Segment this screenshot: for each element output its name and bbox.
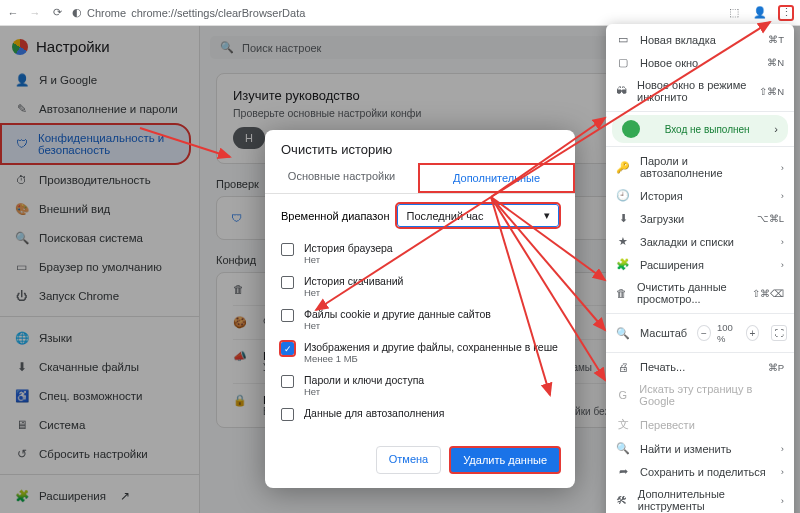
find-icon: 🔍 — [616, 442, 630, 455]
menu-item[interactable]: ▭Новая вкладка⌘T — [606, 28, 794, 51]
menu-item-label: Перевести — [640, 419, 695, 431]
back-icon[interactable]: ← — [6, 6, 20, 20]
menu-item-label: История — [640, 190, 683, 202]
menu-separator — [606, 146, 794, 147]
clear-data-checkbox-row[interactable]: Изображения и другие файлы, сохраненные … — [281, 336, 559, 369]
clear-data-checkbox-row[interactable]: Пароли и ключи доступаНет — [281, 369, 559, 402]
checkbox[interactable] — [281, 375, 294, 388]
trans-icon: 文 — [616, 417, 630, 432]
zoom-in-button[interactable]: + — [746, 325, 760, 341]
menu-item[interactable]: ★Закладки и списки› — [606, 230, 794, 253]
chevron-right-icon: › — [781, 466, 784, 477]
checkbox[interactable] — [281, 243, 294, 256]
zoom-label: Масштаб — [640, 327, 687, 339]
checkbox[interactable] — [281, 342, 294, 355]
time-range-select[interactable]: Последний час ▾ — [397, 204, 559, 227]
address-bar[interactable]: chrome://settings/clearBrowserData — [131, 7, 305, 19]
menu-item: 文Перевести — [606, 412, 794, 437]
dl-icon: ⬇ — [616, 212, 630, 225]
forward-icon: → — [28, 6, 42, 20]
menu-item[interactable]: ▢Новое окно⌘N — [606, 51, 794, 74]
chevron-right-icon: › — [781, 162, 784, 173]
fullscreen-button[interactable]: ⛶ — [771, 325, 787, 341]
history-icon: 🕘 — [616, 189, 630, 202]
checkbox-label: История скачиваний — [304, 275, 403, 287]
checkbox-sublabel: Нет — [304, 254, 393, 265]
delete-data-button[interactable]: Удалить данные — [449, 446, 561, 474]
tab-icon: ▭ — [616, 33, 630, 46]
menu-item-label: Печать... — [640, 361, 685, 373]
chevron-right-icon: › — [781, 495, 784, 506]
menu-item-label: Новое окно — [640, 57, 698, 69]
menu-shortcut: ⌘N — [767, 57, 784, 68]
star-icon: ★ — [616, 235, 630, 248]
print-icon: 🖨 — [616, 361, 630, 373]
tab-basic[interactable]: Основные настройки — [265, 163, 418, 193]
checkbox[interactable] — [281, 276, 294, 289]
tab-advanced[interactable]: Дополнительные — [418, 163, 575, 193]
menu-item[interactable]: ➦Сохранить и поделиться› — [606, 460, 794, 483]
menu-shortcut: ⇧⌘⌫ — [752, 288, 784, 299]
menu-item[interactable]: ⬇Загрузки⌥⌘L — [606, 207, 794, 230]
zoom-icon: 🔍 — [616, 327, 630, 340]
menu-item[interactable]: 🔍Найти и изменить› — [606, 437, 794, 460]
chevron-right-icon: › — [781, 259, 784, 270]
cancel-button[interactable]: Отмена — [376, 446, 441, 474]
menu-item: GИскать эту страницу в Google — [606, 378, 794, 412]
kebab-menu-icon[interactable]: ⋮ — [778, 5, 794, 21]
profile-avatar-icon — [622, 120, 640, 138]
menu-item-label: Загрузки — [640, 213, 684, 225]
menu-item-label: Новая вкладка — [640, 34, 716, 46]
checkbox-sublabel: Нет — [304, 386, 424, 397]
checkbox-label: Данные для автозаполнения — [304, 407, 444, 419]
gsearch-icon: G — [616, 389, 629, 401]
menu-item-label: Расширения — [640, 259, 704, 271]
profile-icon[interactable]: 👤 — [752, 5, 768, 21]
menu-item[interactable]: 🔑Пароли и автозаполнение› — [606, 150, 794, 184]
menu-shortcut: ⌘T — [768, 34, 784, 45]
checkbox-label: Файлы cookie и другие данные сайтов — [304, 308, 491, 320]
menu-shortcut: ⇧⌘N — [759, 86, 784, 97]
checkbox-sublabel: Нет — [304, 320, 491, 331]
menu-separator — [606, 111, 794, 112]
checkbox-sublabel: Менее 1 МБ — [304, 353, 558, 364]
menu-item[interactable]: 🕶Новое окно в режиме инкогнито⇧⌘N — [606, 74, 794, 108]
clear-data-checkbox-row[interactable]: Данные для автозаполнения — [281, 402, 559, 426]
checkbox[interactable] — [281, 309, 294, 322]
clear-data-dialog: Очистить историю Основные настройки Допо… — [265, 130, 575, 488]
menu-shortcut: ⌥⌘L — [757, 213, 784, 224]
checkbox[interactable] — [281, 408, 294, 421]
range-label: Временной диапазон — [281, 210, 389, 222]
signin-badge: Вход не выполнен — [665, 124, 750, 135]
menu-item-label: Искать эту страницу в Google — [639, 383, 784, 407]
menu-item[interactable]: 🕘История› — [606, 184, 794, 207]
menu-profile[interactable]: Вход не выполнен› — [612, 115, 788, 143]
site-icon: ◐ — [72, 6, 82, 19]
zoom-value: 100 % — [717, 322, 740, 344]
menu-shortcut: ⌘P — [768, 362, 784, 373]
clear-data-checkbox-row[interactable]: История браузераНет — [281, 237, 559, 270]
menu-item-label: Сохранить и поделиться — [640, 466, 766, 478]
menu-item-label: Пароли и автозаполнение — [640, 155, 771, 179]
trash-icon: 🗑 — [616, 287, 627, 299]
key-icon: 🔑 — [616, 161, 630, 174]
menu-item[interactable]: 🗑Очистить данные просмотро...⇧⌘⌫ — [606, 276, 794, 310]
extensions-icon[interactable]: ⬚ — [726, 5, 742, 21]
menu-item-label: Закладки и списки — [640, 236, 734, 248]
checkbox-label: Пароли и ключи доступа — [304, 374, 424, 386]
clear-data-checkbox-row[interactable]: Файлы cookie и другие данные сайтовНет — [281, 303, 559, 336]
ext-icon: 🧩 — [616, 258, 630, 271]
clear-data-checkbox-row[interactable]: История скачиванийНет — [281, 270, 559, 303]
checkbox-sublabel: Нет — [304, 287, 403, 298]
menu-item[interactable]: 🧩Расширения› — [606, 253, 794, 276]
menu-item[interactable]: 🛠Дополнительные инструменты› — [606, 483, 794, 513]
range-value: Последний час — [406, 210, 483, 222]
chrome-label: Chrome — [87, 7, 126, 19]
dialog-title: Очистить историю — [265, 130, 575, 163]
share-icon: ➦ — [616, 465, 630, 478]
menu-item-label: Очистить данные просмотро... — [637, 281, 742, 305]
menu-item[interactable]: 🖨Печать...⌘P — [606, 356, 794, 378]
reload-icon[interactable]: ⟳ — [50, 6, 64, 20]
zoom-out-button[interactable]: − — [697, 325, 711, 341]
menu-item-label: Новое окно в режиме инкогнито — [637, 79, 749, 103]
